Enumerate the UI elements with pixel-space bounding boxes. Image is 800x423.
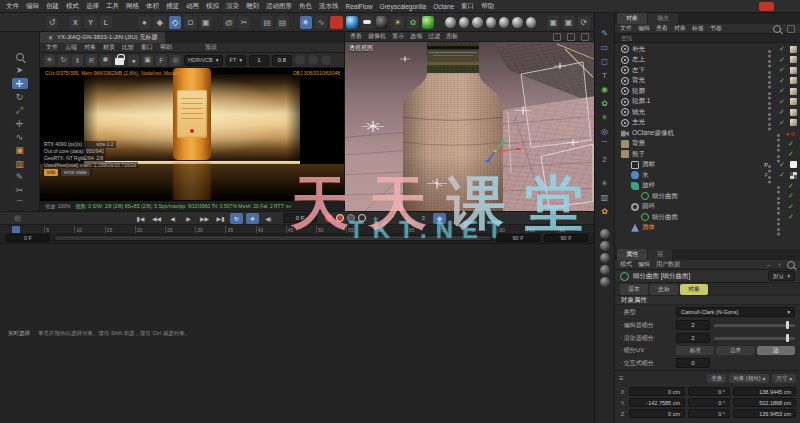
lv-focus-icon[interactable]: F bbox=[156, 55, 167, 66]
range-end-field[interactable]: 90 F bbox=[496, 234, 540, 242]
editor-subdivision-slider[interactable] bbox=[714, 324, 795, 327]
octane-environment-icon[interactable] bbox=[346, 16, 358, 29]
at-menu-item[interactable]: 模式 bbox=[620, 260, 632, 269]
enable-mark[interactable] bbox=[776, 56, 788, 64]
visibility-toggles[interactable] bbox=[768, 165, 771, 168]
lv-lock-icon[interactable] bbox=[114, 55, 125, 66]
size-dropdown[interactable]: 尺寸▾ bbox=[772, 374, 796, 383]
lv-pick-icon[interactable]: ▣ bbox=[142, 55, 153, 66]
record-badge[interactable] bbox=[759, 2, 774, 11]
menu-item[interactable]: 渲染 bbox=[226, 2, 239, 11]
lv-filter-dropdown[interactable]: FT▾ bbox=[226, 55, 247, 66]
object-name[interactable]: 轮廓 bbox=[632, 87, 766, 96]
select-tool[interactable]: ➤ bbox=[12, 65, 28, 75]
workplane-icon[interactable]: ▣ bbox=[200, 16, 212, 29]
lv-aux-button-2[interactable] bbox=[308, 55, 318, 65]
material-chip[interactable] bbox=[790, 172, 797, 179]
viewport-gear-icon[interactable] bbox=[567, 33, 575, 41]
manager-tab[interactable]: 场次 bbox=[648, 13, 678, 24]
star-tool-icon[interactable]: ✳ bbox=[598, 177, 611, 189]
visibility-toggles[interactable] bbox=[768, 123, 771, 126]
menu-item[interactable]: 体积 bbox=[146, 2, 159, 11]
menu-item[interactable]: RealFlow bbox=[346, 3, 373, 10]
tree-row[interactable]: 细分曲面 bbox=[615, 191, 800, 202]
model-mode-icon[interactable]: ▣ bbox=[12, 145, 28, 155]
object-name[interactable]: 放样 bbox=[642, 181, 775, 190]
octane-sun-icon[interactable]: ☀ bbox=[391, 16, 403, 29]
material-slot-2[interactable] bbox=[600, 241, 610, 251]
preset-dropdown[interactable]: 默认▾ bbox=[768, 271, 795, 281]
attribute-tab[interactable]: 对象 bbox=[680, 284, 708, 295]
transport-button[interactable]: ▮◀ bbox=[134, 213, 147, 224]
type-dropdown[interactable]: Catmull-Clark (N-Gons)▾ bbox=[676, 307, 795, 317]
om-menu-item[interactable]: 查看 bbox=[656, 24, 668, 33]
rotate-tool[interactable]: ↻ bbox=[12, 92, 28, 102]
enable-mark[interactable] bbox=[785, 140, 797, 148]
lv-reset-icon[interactable]: R bbox=[86, 55, 97, 66]
tree-row[interactable]: 水 F bbox=[615, 170, 800, 181]
viewport-pin-icon[interactable] bbox=[553, 33, 561, 41]
viewport-canvas[interactable]: 透视视图 bbox=[345, 42, 594, 211]
enable-mark[interactable] bbox=[776, 98, 788, 106]
visibility-toggles[interactable] bbox=[768, 81, 771, 84]
lv-menu-item[interactable]: 窗口 bbox=[141, 43, 153, 52]
visibility-toggles[interactable] bbox=[768, 176, 771, 179]
position-field[interactable]: 0 cm bbox=[629, 387, 685, 396]
visibility-toggles[interactable] bbox=[777, 155, 780, 158]
record-keyframe-button[interactable] bbox=[325, 214, 333, 222]
tree-row[interactable]: 背景 bbox=[615, 139, 800, 150]
octane-darksphere-icon[interactable] bbox=[376, 16, 388, 29]
autokey-toggle[interactable]: ✛ bbox=[246, 213, 259, 224]
lv-preset-label[interactable]: 预设 bbox=[205, 43, 217, 52]
undo-icon[interactable]: ↺ bbox=[46, 16, 58, 29]
menu-item[interactable]: 捕捉 bbox=[166, 2, 179, 11]
mograph-cloner-icon[interactable]: ✿ bbox=[598, 97, 611, 109]
viewport-menu-item[interactable]: 面板 bbox=[446, 32, 458, 41]
object-name[interactable]: 主光 bbox=[632, 118, 766, 127]
tree-row[interactable]: 辅光 bbox=[615, 107, 800, 118]
parameter-record-toggle[interactable]: ≡ bbox=[417, 213, 430, 224]
manager-tab[interactable]: 层 bbox=[648, 249, 672, 260]
tree-row[interactable]: 放样 bbox=[615, 181, 800, 192]
viewport-menu-item[interactable]: 过滤 bbox=[428, 32, 440, 41]
menu-item[interactable]: 模式 bbox=[66, 2, 79, 11]
material-slot-5[interactable] bbox=[600, 277, 610, 287]
visibility-toggles[interactable] bbox=[777, 218, 780, 221]
material-ball-7[interactable] bbox=[526, 17, 536, 28]
axis-x-lock[interactable]: X bbox=[69, 16, 81, 29]
lv-menu-item[interactable]: 文件 bbox=[46, 43, 58, 52]
attribute-tab[interactable]: 坐标 bbox=[650, 284, 678, 295]
object-name[interactable]: 左上 bbox=[632, 55, 766, 64]
material-chip[interactable] bbox=[790, 119, 797, 126]
material-chip[interactable] bbox=[790, 56, 797, 63]
render-canvas[interactable]: CUs:0/375/395, Mem:984/3962MB (2.8%), No… bbox=[40, 68, 344, 200]
transport-button[interactable]: ▶▮ bbox=[214, 213, 227, 224]
range-end-field-2[interactable]: 90 F bbox=[544, 234, 588, 242]
axis-tool[interactable]: ✛ bbox=[12, 119, 28, 129]
tree-row[interactable]: 酒体 bbox=[615, 223, 800, 234]
viewport-menu-item[interactable]: 显示 bbox=[392, 32, 404, 41]
viewport-menu-item[interactable]: 选项 bbox=[410, 32, 422, 41]
manager-tab[interactable]: 对象 bbox=[617, 13, 647, 24]
rotation-field[interactable]: 0 ° bbox=[688, 409, 730, 418]
material-chip[interactable] bbox=[790, 77, 797, 84]
lv-gamma-field[interactable]: 0.8 bbox=[272, 55, 292, 66]
loop-toggle[interactable]: ↻ bbox=[230, 213, 243, 224]
lv-aux-button-3[interactable] bbox=[321, 55, 331, 65]
texture-mode-icon[interactable]: ▥ bbox=[12, 158, 28, 168]
object-name[interactable]: 背光 bbox=[632, 76, 766, 85]
scissors-icon[interactable]: ✂ bbox=[238, 16, 250, 29]
om-menu-item[interactable]: 编辑 bbox=[638, 24, 650, 33]
material-ball-2[interactable] bbox=[459, 17, 469, 28]
enable-mark[interactable] bbox=[785, 150, 797, 158]
knife-tool[interactable]: ✂ bbox=[12, 185, 28, 195]
tree-row[interactable]: 主光 bbox=[615, 118, 800, 129]
menu-item[interactable]: 窗口 bbox=[461, 2, 474, 11]
material-chip[interactable] bbox=[790, 88, 797, 95]
render-subdivision-slider[interactable] bbox=[714, 337, 795, 340]
material-ball-5[interactable] bbox=[499, 17, 509, 28]
enable-mark[interactable] bbox=[776, 77, 788, 85]
om-menu-item[interactable]: 对象 bbox=[674, 24, 686, 33]
material-slot-3[interactable] bbox=[600, 253, 610, 263]
object-name[interactable]: 水 bbox=[642, 171, 763, 180]
